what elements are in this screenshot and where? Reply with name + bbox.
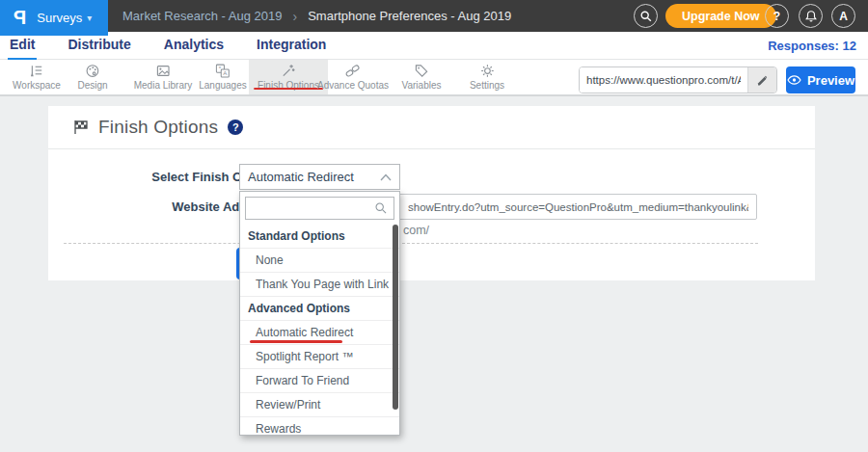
panel-header: Finish Options ?	[48, 106, 815, 149]
pencil-icon	[756, 74, 769, 87]
notifications-button[interactable]	[799, 4, 823, 28]
search-icon	[639, 10, 653, 23]
edit-url-button[interactable]	[747, 67, 776, 93]
toolbar-item-label: Variables	[402, 80, 442, 91]
dropdown-group-standard-options: Standard Options	[240, 225, 399, 249]
settings-icon	[479, 64, 494, 78]
survey-url-box	[579, 66, 777, 93]
dropdown-item-rewards[interactable]: Rewards	[240, 417, 399, 436]
website-hint-text: com/	[403, 224, 429, 237]
surveys-label: Surveys	[37, 11, 82, 25]
dropdown-item-spotlight-report[interactable]: Spotlight Report ™	[240, 345, 399, 369]
tab-integration[interactable]: Integration	[255, 32, 328, 60]
toolbar-item-label: Media Library	[134, 80, 193, 91]
advance-quotas-icon	[346, 64, 361, 78]
breadcrumb-parent-link[interactable]: Market Research - Aug 2019	[122, 9, 282, 23]
preview-label: Preview	[807, 73, 854, 88]
dropdown-item-review-print[interactable]: Review/Print	[240, 393, 399, 417]
toolbar-item-settings[interactable]: Settings	[461, 60, 513, 94]
toolbar-item-advance-quotas[interactable]: Advance Quotas	[309, 60, 397, 94]
dropdown-scrollbar[interactable]	[393, 225, 398, 410]
responses-count[interactable]: Responses: 12	[768, 39, 856, 53]
toolbar-item-workspace[interactable]: Workspace	[4, 60, 69, 94]
finish-options-icon	[281, 64, 295, 78]
finish-options-panel: Finish Options ? Select Finish Option We…	[48, 106, 815, 280]
tab-distribute[interactable]: Distribute	[66, 32, 132, 60]
toolbar-item-label: Settings	[470, 80, 504, 91]
dropdown-search-box[interactable]	[245, 197, 394, 220]
toolbar-item-label: Languages	[199, 80, 247, 91]
checkered-flag-icon	[72, 119, 90, 136]
survey-url-input[interactable]	[580, 67, 747, 93]
tab-edit[interactable]: Edit	[8, 32, 37, 60]
breadcrumb-current: Smartphone Preferences - Aug 2019	[308, 9, 511, 23]
edit-toolbar: Workspace Design Media Library *A Langua…	[0, 60, 868, 96]
dropdown-group-advanced-options: Advanced Options	[240, 297, 399, 321]
dropdown-search-input[interactable]	[252, 201, 374, 215]
media-library-icon	[156, 64, 171, 78]
search-icon	[374, 201, 388, 215]
dropdown-item-none[interactable]: None	[240, 249, 399, 273]
page-title: Finish Options	[98, 117, 218, 138]
variables-icon	[414, 64, 428, 78]
toolbar-item-label: Workspace	[13, 80, 61, 91]
dropdown-item-automatic-redirect[interactable]: Automatic Redirect	[240, 321, 399, 345]
breadcrumb: Market Research - Aug 2019 › Smartphone …	[122, 0, 511, 32]
chevron-up-icon	[380, 173, 392, 181]
preview-button[interactable]: Preview	[786, 66, 855, 93]
tab-analytics[interactable]: Analytics	[162, 32, 226, 60]
brand-area[interactable]: P Surveys ▾	[0, 0, 108, 36]
languages-icon: *A	[216, 64, 231, 78]
design-icon	[85, 64, 99, 78]
dropdown-item-thank-you-page-with-link[interactable]: Thank You Page with Link	[240, 273, 399, 297]
workspace-icon	[30, 64, 44, 78]
help-icon[interactable]: ?	[228, 120, 243, 135]
annotation-underline	[250, 340, 342, 343]
dropdown-item-label: Automatic Redirect	[256, 326, 353, 339]
section-divider	[64, 243, 758, 244]
search-button[interactable]	[634, 4, 658, 28]
toolbar-item-variables[interactable]: Variables	[393, 60, 450, 94]
avatar[interactable]: A	[831, 4, 855, 28]
toolbar-item-label: Design	[77, 80, 107, 91]
finish-option-dropdown: Standard Options None Thank You Page wit…	[239, 191, 400, 436]
dropdown-item-forward-to-friend[interactable]: Forward To Friend	[240, 369, 399, 393]
nav-tabs-bar: Edit Distribute Analytics Integration Re…	[0, 32, 868, 60]
selected-option-label: Automatic Redirect	[248, 170, 354, 184]
toolbar-item-label: Advance Quotas	[317, 80, 389, 91]
toolbar-item-design[interactable]: Design	[68, 60, 116, 94]
app-window: Market Research - Aug 2019 › Smartphone …	[0, 0, 868, 452]
eye-icon	[787, 74, 801, 86]
surveys-menu[interactable]: Surveys ▾	[37, 11, 92, 25]
top-bar: Market Research - Aug 2019 › Smartphone …	[0, 0, 868, 32]
help-button[interactable]: ?	[765, 4, 789, 28]
questionpro-logo-icon: P	[14, 7, 26, 29]
toolbar-item-languages[interactable]: *A Languages	[190, 60, 256, 94]
upgrade-now-button[interactable]: Upgrade Now	[665, 4, 776, 28]
breadcrumb-separator-icon: ›	[292, 9, 297, 24]
caret-down-icon: ▾	[87, 13, 92, 23]
bell-icon	[804, 10, 818, 23]
finish-option-select[interactable]: Automatic Redirect	[239, 164, 400, 190]
